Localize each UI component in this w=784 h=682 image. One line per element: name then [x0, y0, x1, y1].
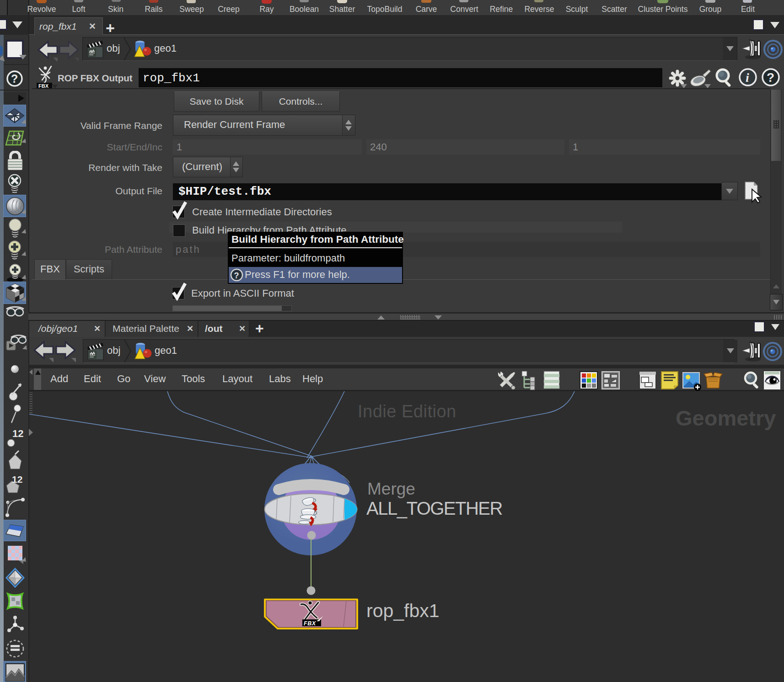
svg-text:12: 12	[12, 428, 23, 439]
svg-text:?: ?	[11, 72, 18, 85]
svg-text:12: 12	[12, 474, 22, 485]
svg-text:?: ?	[234, 271, 239, 280]
svg-text:?: ?	[767, 70, 774, 85]
svg-text:i: i	[746, 70, 749, 85]
svg-text:FBX: FBX	[304, 620, 316, 627]
